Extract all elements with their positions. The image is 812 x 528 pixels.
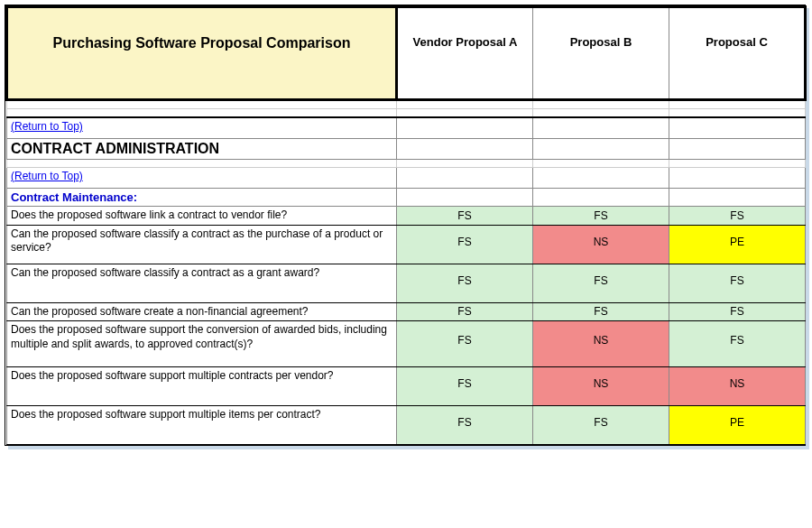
col-header-b: Proposal B: [533, 7, 669, 100]
value-cell: PE: [669, 225, 806, 264]
table-row: Does the proposed software support multi…: [7, 406, 806, 445]
value-cell: FS: [397, 207, 533, 226]
question-cell: Does the proposed software support multi…: [7, 367, 397, 406]
value-cell: FS: [669, 264, 806, 302]
value-cell: FS: [669, 321, 806, 367]
question-cell: Can the proposed software classify a con…: [7, 264, 397, 302]
return-link-row: (Return to Top): [7, 117, 806, 139]
value-cell: FS: [669, 207, 806, 226]
value-cell: FS: [669, 302, 806, 321]
table-row: Can the proposed software create a non-f…: [7, 302, 806, 321]
value-cell: FS: [397, 321, 533, 367]
value-cell: FS: [533, 207, 669, 226]
value-cell: FS: [533, 406, 669, 445]
table-row: Can the proposed software classify a con…: [7, 264, 806, 302]
table-row: Can the proposed software classify a con…: [7, 225, 806, 264]
value-cell: NS: [533, 225, 669, 264]
spacer: [7, 109, 806, 118]
return-link-row-2: (Return to Top): [7, 168, 806, 189]
comparison-table-wrapper: Purchasing Software Proposal Comparison …: [5, 5, 806, 446]
value-cell: FS: [397, 367, 533, 406]
question-cell: Does the proposed software support multi…: [7, 406, 397, 445]
spacer: [7, 100, 806, 109]
col-header-c: Proposal C: [669, 7, 806, 100]
subsection-row: Contract Maintenance:: [7, 189, 806, 207]
value-cell: FS: [397, 264, 533, 302]
value-cell: NS: [533, 321, 669, 367]
subsection-title: Contract Maintenance:: [7, 189, 397, 207]
value-cell: FS: [397, 225, 533, 264]
value-cell: FS: [533, 264, 669, 302]
question-cell: Does the proposed software support the c…: [7, 321, 397, 367]
value-cell: FS: [533, 302, 669, 321]
value-cell: FS: [397, 302, 533, 321]
section-row: CONTRACT ADMINISTRATION: [7, 139, 806, 160]
return-to-top-link[interactable]: (Return to Top): [11, 170, 83, 182]
table-row: Does the proposed software support multi…: [7, 367, 806, 406]
table-row: Does the proposed software support the c…: [7, 321, 806, 367]
question-cell: Does the proposed software link a contra…: [7, 207, 397, 226]
table-row: Does the proposed software link a contra…: [7, 207, 806, 226]
section-title: CONTRACT ADMINISTRATION: [7, 139, 397, 160]
question-cell: Can the proposed software create a non-f…: [7, 302, 397, 321]
value-cell: FS: [397, 406, 533, 445]
value-cell: NS: [533, 367, 669, 406]
col-header-a: Vendor Proposal A: [397, 7, 533, 100]
value-cell: NS: [669, 367, 806, 406]
question-cell: Can the proposed software classify a con…: [7, 225, 397, 264]
comparison-table: Purchasing Software Proposal Comparison …: [5, 5, 807, 445]
return-to-top-link[interactable]: (Return to Top): [11, 120, 83, 133]
page-title: Purchasing Software Proposal Comparison: [7, 7, 397, 100]
spacer: [7, 160, 806, 168]
value-cell: PE: [669, 406, 806, 445]
header-row: Purchasing Software Proposal Comparison …: [7, 7, 806, 100]
